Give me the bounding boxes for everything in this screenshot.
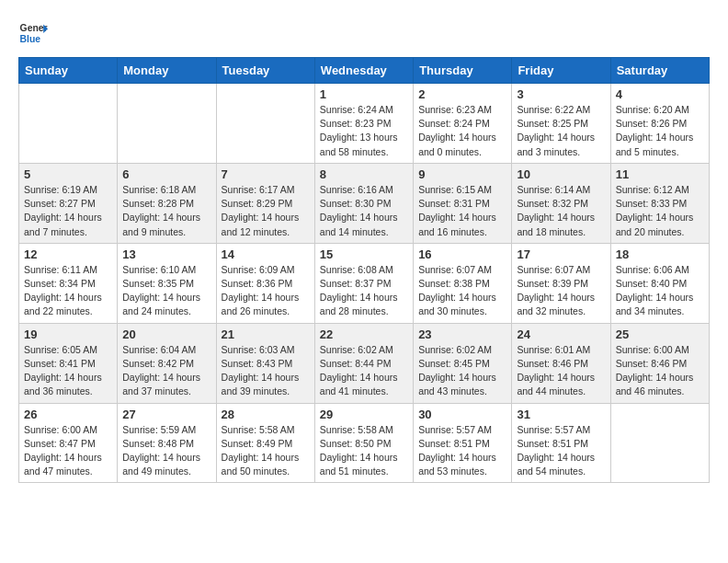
day-number: 25 bbox=[616, 327, 704, 341]
day-info: Sunrise: 6:22 AMSunset: 8:25 PMDaylight:… bbox=[517, 103, 605, 159]
calendar-day-cell: 19Sunrise: 6:05 AMSunset: 8:41 PMDayligh… bbox=[19, 323, 118, 403]
day-number: 24 bbox=[517, 327, 605, 341]
calendar-week-row: 12Sunrise: 6:11 AMSunset: 8:34 PMDayligh… bbox=[19, 243, 710, 323]
day-number: 13 bbox=[122, 247, 210, 261]
calendar-day-cell: 25Sunrise: 6:00 AMSunset: 8:46 PMDayligh… bbox=[610, 323, 709, 403]
calendar-day-cell bbox=[610, 403, 709, 483]
day-info: Sunrise: 5:58 AMSunset: 8:49 PMDaylight:… bbox=[222, 423, 310, 479]
day-number: 2 bbox=[418, 87, 506, 101]
day-info: Sunrise: 5:57 AMSunset: 8:51 PMDaylight:… bbox=[517, 423, 605, 479]
calendar-day-cell: 18Sunrise: 6:06 AMSunset: 8:40 PMDayligh… bbox=[610, 243, 709, 323]
day-info: Sunrise: 6:06 AMSunset: 8:40 PMDaylight:… bbox=[616, 263, 704, 319]
calendar-day-cell: 21Sunrise: 6:03 AMSunset: 8:43 PMDayligh… bbox=[216, 323, 314, 403]
day-info: Sunrise: 6:12 AMSunset: 8:33 PMDaylight:… bbox=[616, 183, 704, 239]
day-info: Sunrise: 6:01 AMSunset: 8:46 PMDaylight:… bbox=[517, 343, 605, 399]
day-number: 15 bbox=[320, 247, 408, 261]
day-info: Sunrise: 6:10 AMSunset: 8:35 PMDaylight:… bbox=[122, 263, 210, 319]
day-info: Sunrise: 6:08 AMSunset: 8:37 PMDaylight:… bbox=[320, 263, 408, 319]
day-number: 23 bbox=[418, 327, 506, 341]
weekday-header-sunday: Sunday bbox=[19, 58, 118, 84]
calendar-day-cell: 14Sunrise: 6:09 AMSunset: 8:36 PMDayligh… bbox=[216, 243, 314, 323]
calendar-week-row: 5Sunrise: 6:19 AMSunset: 8:27 PMDaylight… bbox=[19, 163, 710, 243]
weekday-header-thursday: Thursday bbox=[414, 58, 512, 84]
day-number: 8 bbox=[320, 167, 408, 181]
day-number: 27 bbox=[122, 408, 210, 421]
calendar-day-cell: 31Sunrise: 5:57 AMSunset: 8:51 PMDayligh… bbox=[512, 403, 610, 483]
day-number: 7 bbox=[222, 167, 310, 181]
day-number: 4 bbox=[616, 87, 704, 101]
calendar-day-cell: 17Sunrise: 6:07 AMSunset: 8:39 PMDayligh… bbox=[512, 243, 610, 323]
day-info: Sunrise: 6:00 AMSunset: 8:47 PMDaylight:… bbox=[24, 423, 112, 479]
calendar-day-cell: 7Sunrise: 6:17 AMSunset: 8:29 PMDaylight… bbox=[216, 163, 314, 243]
day-number: 30 bbox=[418, 408, 506, 421]
day-info: Sunrise: 6:17 AMSunset: 8:29 PMDaylight:… bbox=[222, 183, 310, 239]
calendar-week-row: 26Sunrise: 6:00 AMSunset: 8:47 PMDayligh… bbox=[19, 403, 710, 483]
day-info: Sunrise: 6:24 AMSunset: 8:23 PMDaylight:… bbox=[320, 103, 408, 159]
day-number: 29 bbox=[320, 408, 408, 421]
day-info: Sunrise: 6:02 AMSunset: 8:45 PMDaylight:… bbox=[418, 343, 506, 399]
calendar-day-cell: 24Sunrise: 6:01 AMSunset: 8:46 PMDayligh… bbox=[512, 323, 610, 403]
calendar-day-cell: 6Sunrise: 6:18 AMSunset: 8:28 PMDaylight… bbox=[118, 163, 216, 243]
calendar-table: SundayMondayTuesdayWednesdayThursdayFrid… bbox=[18, 57, 710, 483]
day-number: 3 bbox=[517, 87, 605, 101]
day-number: 6 bbox=[122, 167, 210, 181]
calendar-day-cell: 12Sunrise: 6:11 AMSunset: 8:34 PMDayligh… bbox=[19, 243, 118, 323]
day-info: Sunrise: 6:07 AMSunset: 8:38 PMDaylight:… bbox=[418, 263, 506, 319]
day-number: 28 bbox=[222, 408, 310, 421]
calendar-day-cell: 4Sunrise: 6:20 AMSunset: 8:26 PMDaylight… bbox=[610, 84, 709, 164]
weekday-header-monday: Monday bbox=[118, 58, 216, 84]
calendar-day-cell: 28Sunrise: 5:58 AMSunset: 8:49 PMDayligh… bbox=[216, 403, 314, 483]
logo: General Blue bbox=[18, 18, 48, 48]
calendar-week-row: 1Sunrise: 6:24 AMSunset: 8:23 PMDaylight… bbox=[19, 84, 710, 164]
calendar-day-cell: 9Sunrise: 6:15 AMSunset: 8:31 PMDaylight… bbox=[414, 163, 512, 243]
day-number: 20 bbox=[122, 327, 210, 341]
day-number: 5 bbox=[24, 167, 112, 181]
day-info: Sunrise: 6:18 AMSunset: 8:28 PMDaylight:… bbox=[122, 183, 210, 239]
day-info: Sunrise: 6:23 AMSunset: 8:24 PMDaylight:… bbox=[418, 103, 506, 159]
day-number: 22 bbox=[320, 327, 408, 341]
day-info: Sunrise: 6:15 AMSunset: 8:31 PMDaylight:… bbox=[418, 183, 506, 239]
calendar-day-cell: 11Sunrise: 6:12 AMSunset: 8:33 PMDayligh… bbox=[610, 163, 709, 243]
calendar-day-cell: 3Sunrise: 6:22 AMSunset: 8:25 PMDaylight… bbox=[512, 84, 610, 164]
calendar-day-cell: 29Sunrise: 5:58 AMSunset: 8:50 PMDayligh… bbox=[314, 403, 413, 483]
day-info: Sunrise: 6:02 AMSunset: 8:44 PMDaylight:… bbox=[320, 343, 408, 399]
day-number: 21 bbox=[222, 327, 310, 341]
day-info: Sunrise: 6:20 AMSunset: 8:26 PMDaylight:… bbox=[616, 103, 704, 159]
day-number: 19 bbox=[24, 327, 112, 341]
calendar-day-cell bbox=[216, 84, 314, 164]
day-info: Sunrise: 6:07 AMSunset: 8:39 PMDaylight:… bbox=[517, 263, 605, 319]
day-info: Sunrise: 6:00 AMSunset: 8:46 PMDaylight:… bbox=[616, 343, 704, 399]
day-info: Sunrise: 5:58 AMSunset: 8:50 PMDaylight:… bbox=[320, 423, 408, 479]
weekday-header-saturday: Saturday bbox=[610, 58, 709, 84]
day-info: Sunrise: 6:19 AMSunset: 8:27 PMDaylight:… bbox=[24, 183, 112, 239]
day-number: 12 bbox=[24, 247, 112, 261]
calendar-day-cell: 20Sunrise: 6:04 AMSunset: 8:42 PMDayligh… bbox=[118, 323, 216, 403]
weekday-header-tuesday: Tuesday bbox=[216, 58, 314, 84]
calendar-day-cell: 2Sunrise: 6:23 AMSunset: 8:24 PMDaylight… bbox=[414, 84, 512, 164]
calendar-day-cell: 16Sunrise: 6:07 AMSunset: 8:38 PMDayligh… bbox=[414, 243, 512, 323]
svg-text:Blue: Blue bbox=[20, 34, 41, 44]
calendar-day-cell: 23Sunrise: 6:02 AMSunset: 8:45 PMDayligh… bbox=[414, 323, 512, 403]
day-number: 11 bbox=[616, 167, 704, 181]
calendar-day-cell: 13Sunrise: 6:10 AMSunset: 8:35 PMDayligh… bbox=[118, 243, 216, 323]
day-info: Sunrise: 6:14 AMSunset: 8:32 PMDaylight:… bbox=[517, 183, 605, 239]
calendar-day-cell: 22Sunrise: 6:02 AMSunset: 8:44 PMDayligh… bbox=[314, 323, 413, 403]
day-info: Sunrise: 6:03 AMSunset: 8:43 PMDaylight:… bbox=[222, 343, 310, 399]
logo-icon: General Blue bbox=[18, 18, 48, 48]
day-number: 17 bbox=[517, 247, 605, 261]
day-info: Sunrise: 6:09 AMSunset: 8:36 PMDaylight:… bbox=[222, 263, 310, 319]
calendar-day-cell bbox=[118, 84, 216, 164]
calendar-day-cell: 30Sunrise: 5:57 AMSunset: 8:51 PMDayligh… bbox=[414, 403, 512, 483]
day-number: 16 bbox=[418, 247, 506, 261]
day-info: Sunrise: 6:04 AMSunset: 8:42 PMDaylight:… bbox=[122, 343, 210, 399]
weekday-header-friday: Friday bbox=[512, 58, 610, 84]
calendar-week-row: 19Sunrise: 6:05 AMSunset: 8:41 PMDayligh… bbox=[19, 323, 710, 403]
day-number: 18 bbox=[616, 247, 704, 261]
calendar-day-cell: 27Sunrise: 5:59 AMSunset: 8:48 PMDayligh… bbox=[118, 403, 216, 483]
day-info: Sunrise: 6:05 AMSunset: 8:41 PMDaylight:… bbox=[24, 343, 112, 399]
day-number: 26 bbox=[24, 408, 112, 421]
calendar-day-cell bbox=[19, 84, 118, 164]
day-number: 10 bbox=[517, 167, 605, 181]
calendar-day-cell: 26Sunrise: 6:00 AMSunset: 8:47 PMDayligh… bbox=[19, 403, 118, 483]
weekday-header-row: SundayMondayTuesdayWednesdayThursdayFrid… bbox=[19, 58, 710, 84]
